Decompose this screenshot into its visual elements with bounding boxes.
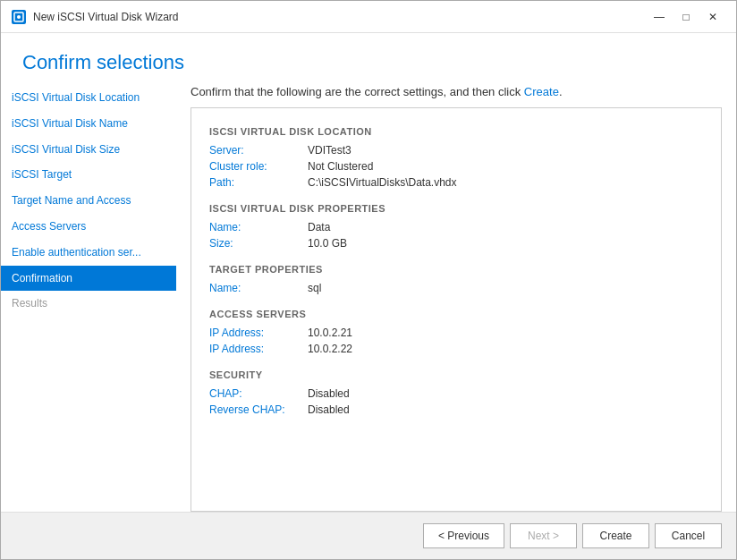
property-name: Name: Data xyxy=(209,221,703,233)
section-header-disk-properties: ISCSI VIRTUAL DISK PROPERTIES xyxy=(209,203,703,214)
sidebar-item-enable-authentication[interactable]: Enable authentication ser... xyxy=(1,240,176,266)
section-header-security: SECURITY xyxy=(209,369,703,380)
sidebar-item-iscsi-target[interactable]: iSCSI Target xyxy=(1,162,176,188)
page-title: Confirm selections xyxy=(22,51,715,74)
sidebar-item-access-servers[interactable]: Access Servers xyxy=(1,214,176,240)
window-title: New iSCSI Virtual Disk Wizard xyxy=(33,11,647,23)
property-chap: CHAP: Disabled xyxy=(209,387,703,400)
maximize-button[interactable]: □ xyxy=(673,8,699,26)
section-header-disk-location: ISCSI VIRTUAL DISK LOCATION xyxy=(209,126,703,137)
title-bar: New iSCSI Virtual Disk Wizard — □ ✕ xyxy=(1,1,736,33)
app-icon xyxy=(12,10,26,24)
property-server: Server: VDITest3 xyxy=(209,144,703,157)
header: Confirm selections xyxy=(1,33,736,85)
section-header-target-properties: TARGET PROPERTIES xyxy=(209,264,703,275)
create-button[interactable]: Create xyxy=(582,523,649,548)
svg-point-1 xyxy=(17,15,21,19)
property-reverse-chap: Reverse CHAP: Disabled xyxy=(209,403,703,416)
sidebar-item-iscsi-virtual-disk-name[interactable]: iSCSI Virtual Disk Name xyxy=(1,111,176,137)
content-area: Confirm selections iSCSI Virtual Disk Lo… xyxy=(1,33,736,559)
minimize-button[interactable]: — xyxy=(647,8,672,26)
sidebar-item-results: Results xyxy=(1,291,176,317)
close-button[interactable]: ✕ xyxy=(700,8,725,26)
property-ip-address-1: IP Address: 10.0.2.21 xyxy=(209,327,703,339)
sidebar-item-iscsi-virtual-disk-size[interactable]: iSCSI Virtual Disk Size xyxy=(1,137,176,163)
property-ip-address-2: IP Address: 10.0.2.22 xyxy=(209,343,703,355)
next-button[interactable]: Next > xyxy=(510,523,577,548)
create-link: Create xyxy=(524,85,559,98)
previous-button[interactable]: < Previous xyxy=(423,523,504,548)
sidebar-item-iscsi-virtual-disk-location[interactable]: iSCSI Virtual Disk Location xyxy=(1,85,176,111)
sidebar-item-target-name-and-access[interactable]: Target Name and Access xyxy=(1,188,176,214)
cancel-button[interactable]: Cancel xyxy=(655,523,722,548)
instruction-text: Confirm that the following are the corre… xyxy=(191,85,722,98)
property-size: Size: 10.0 GB xyxy=(209,237,703,250)
footer: < Previous Next > Create Cancel xyxy=(1,512,736,559)
main-window: New iSCSI Virtual Disk Wizard — □ ✕ Conf… xyxy=(0,0,737,560)
main-content: iSCSI Virtual Disk Location iSCSI Virtua… xyxy=(1,85,736,512)
summary-box: ISCSI VIRTUAL DISK LOCATION Server: VDIT… xyxy=(191,107,722,512)
property-cluster-role: Cluster role: Not Clustered xyxy=(209,160,703,173)
sidebar: iSCSI Virtual Disk Location iSCSI Virtua… xyxy=(1,85,176,512)
window-controls: — □ ✕ xyxy=(647,8,725,26)
property-path: Path: C:\iSCSIVirtualDisks\Data.vhdx xyxy=(209,176,703,189)
property-target-name: Name: sql xyxy=(209,282,703,294)
section-header-access-servers: ACCESS SERVERS xyxy=(209,309,703,319)
right-panel: Confirm that the following are the corre… xyxy=(176,85,736,512)
sidebar-item-confirmation[interactable]: Confirmation xyxy=(1,266,176,292)
